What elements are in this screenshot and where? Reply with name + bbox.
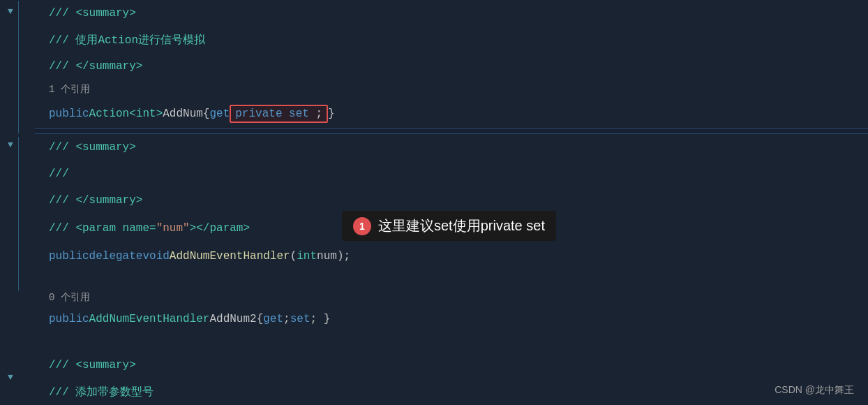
line5-semicolon: ; [316,108,323,120]
line5-private: private [235,108,289,120]
code-line-17: /// 添加带参数型号 [35,378,868,405]
line14-addnum2: AddNum2 [209,313,256,325]
code-line-11: public delegate void AddNumEventHandler … [35,243,868,270]
fold-arrow-1[interactable]: ▼ [4,6,17,17]
code-line-12 [35,270,868,289]
editor-container: ▼ ▼ ▼ /// <summary> /// 使用Action进行信号模拟 /… [0,0,868,405]
line14-semi1: ; [283,313,290,325]
fold-arrow-3[interactable]: ▼ [4,372,17,383]
line14-get: get [263,313,283,325]
line11-void: void [142,250,169,263]
line5-private-set-highlight: private set ; [230,105,328,123]
tooltip-text: 这里建议set使用private set [378,216,545,235]
fold-arrow-2[interactable]: ▼ [4,140,17,150]
line5-type: Action<int> [89,108,163,120]
tooltip-badge: 1 [353,217,371,235]
line14-public: public [49,313,89,325]
line4-refcount: 1 个引用 [49,83,90,96]
code-line-7: /// <summary> [35,134,868,161]
line7-text: /// <summary> [49,141,136,154]
code-area: /// <summary> /// 使用Action进行信号模拟 /// </s… [35,0,868,405]
line14-set: set [290,313,310,325]
line11-delegate: delegate [89,250,143,263]
line2-text: /// 使用Action进行信号模拟 [49,33,205,47]
line10-comment-before: /// <param name= [49,222,156,235]
tooltip: 1 这里建议set使用private set [342,211,556,241]
code-line-2: /// 使用Action进行信号模拟 [35,27,868,53]
line17-text: /// 添加带参数型号 [49,385,154,399]
line10-comment-after: ></param> [190,222,250,235]
line1-text: /// <summary> [49,7,136,20]
line9-text: /// </summary> [49,194,142,207]
vertical-line-1 [18,1,19,133]
line10-string: "num" [156,222,190,235]
line11-param: num); [317,250,350,263]
line14-braces: { [257,313,264,325]
watermark: CSDN @龙中舞王 [775,384,854,397]
line5-method: AddNum [163,108,203,120]
code-line-15 [35,332,868,352]
line5-set: set [289,108,309,120]
line13-refcount: 0 个引用 [49,291,90,304]
code-line-4: 1 个引用 [35,80,868,99]
line11-int: int [297,250,317,263]
code-line-separator [35,128,868,134]
line14-semi2: ; } [310,313,331,325]
line5-get: get [209,108,230,120]
line16-text: /// <summary> [49,359,136,371]
line14-type: AddNumEventHandler [89,313,210,325]
code-line-1: /// <summary> [35,0,868,27]
code-line-8: /// [35,161,868,187]
code-line-3: /// </summary> [35,53,868,80]
line5-brace-close: } [328,108,335,120]
code-line-16: /// <summary> [35,352,868,378]
line11-paren-open: ( [290,250,297,263]
code-line-14: public AddNumEventHandler AddNum2 { get … [35,306,868,332]
vertical-line-2 [18,137,19,290]
left-gutter: ▼ ▼ ▼ [0,0,4,405]
line11-method: AddNumEventHandler [170,250,290,263]
line5-keyword-public: public [49,108,89,120]
code-line-9: /// </summary> [35,187,868,214]
line5-brace-open: { [203,108,210,120]
code-line-5: public Action<int> AddNum { get private … [35,99,868,128]
line8-text: /// [49,168,69,180]
code-line-13: 0 个引用 [35,289,868,306]
line11-public: public [49,250,89,263]
line3-text: /// </summary> [49,60,142,73]
